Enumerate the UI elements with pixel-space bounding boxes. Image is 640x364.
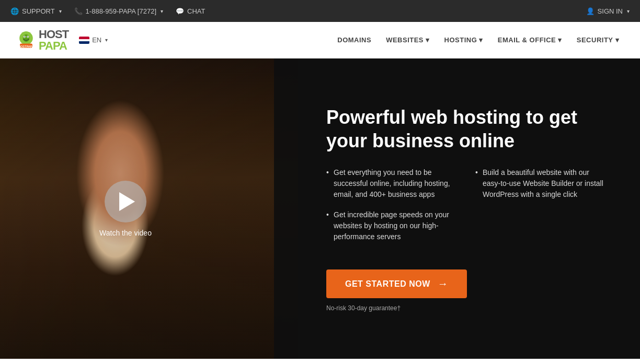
websites-dropdown-arrow: ▾: [426, 36, 430, 44]
chat-link[interactable]: 💬 CHAT: [176, 7, 205, 15]
play-button[interactable]: [105, 181, 146, 222]
lang-selector[interactable]: EN ▾: [79, 36, 108, 44]
hosting-dropdown-arrow: ▾: [479, 36, 483, 44]
main-nav: DOMAINS WEBSITES ▾ HOSTING ▾ EMAIL & OFF…: [123, 36, 624, 44]
watch-video-label: Watch the video: [99, 229, 152, 237]
top-bar: 🌐 SUPPORT ▾ 📞 1-888-959-PAPA [7272] ▾ 💬 …: [0, 0, 640, 22]
logo-icon: HOSTPAPA: [16, 30, 37, 51]
svg-point-5: [27, 36, 28, 37]
play-triangle-icon: [119, 192, 135, 211]
globe-icon: 🌐: [10, 7, 19, 15]
svg-text:HOSTPAPA: HOSTPAPA: [18, 44, 34, 48]
hero-features: Get everything you need to be successful…: [326, 167, 609, 252]
nav-bar: HOSTPAPA HOST PAPA EN ▾ DOMAINS WEBSITES…: [0, 22, 640, 58]
hostpapa-logo: HOSTPAPA HOST PAPA: [16, 29, 68, 52]
support-link[interactable]: 🌐 SUPPORT ▾: [10, 7, 62, 15]
signin-dropdown-arrow: ▾: [627, 8, 630, 14]
hero-section: Watch the video Powerful web hosting to …: [0, 58, 640, 359]
svg-point-4: [24, 36, 25, 37]
email-dropdown-arrow: ▾: [558, 36, 562, 44]
signin-area[interactable]: 👤 SIGN IN ▾: [586, 7, 630, 15]
flag-icon: [79, 37, 89, 44]
support-dropdown-arrow: ▾: [59, 8, 62, 14]
logo-text: HOST PAPA: [39, 29, 68, 52]
nav-hosting[interactable]: HOSTING ▾: [439, 36, 488, 44]
phone-dropdown-arrow: ▾: [161, 8, 163, 14]
chat-icon: 💬: [176, 7, 184, 15]
video-play-area[interactable]: Watch the video: [99, 181, 152, 237]
nav-email[interactable]: EMAIL & OFFICE ▾: [493, 36, 567, 44]
hero-features-right: Build a beautiful website with our easy-…: [475, 167, 609, 252]
lang-dropdown-arrow: ▾: [105, 37, 108, 43]
top-bar-left: 🌐 SUPPORT ▾ 📞 1-888-959-PAPA [7272] ▾ 💬 …: [10, 7, 586, 15]
phone-link[interactable]: 📞 1-888-959-PAPA [7272] ▾: [74, 7, 163, 15]
hero-title: Powerful web hosting to get your busines…: [326, 105, 609, 152]
phone-icon: 📞: [74, 7, 83, 15]
nav-security[interactable]: SECURITY ▾: [572, 36, 624, 44]
nav-domains[interactable]: DOMAINS: [332, 36, 376, 44]
guarantee-text: No-risk 30-day guarantee†: [326, 304, 609, 312]
get-started-button[interactable]: GET STARTED NOW →: [326, 269, 467, 298]
cta-arrow-icon: →: [438, 278, 449, 290]
hero-feature-2: Get incredible page speeds on your websi…: [326, 209, 460, 242]
svg-point-1: [23, 34, 30, 41]
hero-feature-1: Get everything you need to be successful…: [326, 167, 460, 200]
logo-area[interactable]: HOSTPAPA HOST PAPA: [16, 29, 68, 52]
nav-websites[interactable]: WEBSITES ▾: [381, 36, 435, 44]
hero-features-left: Get everything you need to be successful…: [326, 167, 460, 252]
security-dropdown-arrow: ▾: [615, 36, 620, 44]
hero-content: Powerful web hosting to get your busines…: [300, 58, 640, 359]
user-icon: 👤: [586, 7, 595, 15]
hero-feature-3: Build a beautiful website with our easy-…: [475, 167, 609, 200]
